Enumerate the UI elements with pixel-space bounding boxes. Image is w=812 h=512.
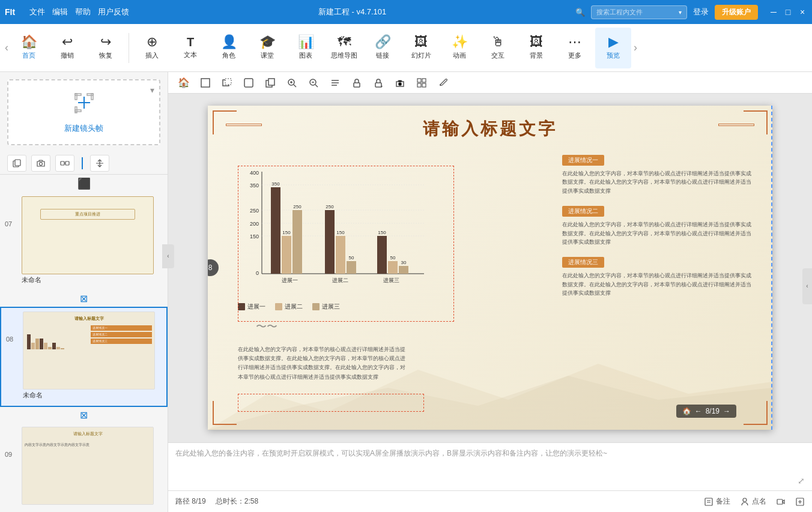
toolbar-redo[interactable]: ↪ 恢复 — [88, 28, 124, 68]
chart-container[interactable]: 400 350 250 200 150 0 — [238, 166, 454, 322]
svg-text:250: 250 — [326, 204, 334, 209]
slide-07-thumb: 重点项目推进 — [22, 196, 154, 274]
slide-canvas[interactable]: 请输入标题文字 400 350 250 20 — [208, 106, 772, 430]
toolbar-undo[interactable]: ↩ 撤销 — [49, 28, 85, 68]
menu-edit[interactable]: 编辑 — [52, 7, 68, 17]
canvas-rect1-icon[interactable] — [197, 74, 214, 91]
bottom-text-area[interactable]: 在此处输入您的文字内容，对本章节的核心观点进行详细阐述并适当提供事实成数据支撑。… — [238, 345, 406, 382]
new-frame-button[interactable]: ▾ 新建镜头帧 — [7, 79, 160, 145]
progress-item-2[interactable]: 进展情况二 在此处输入您的文字内容，对本章节的核心观点进行详细阐述并适当提供事实… — [562, 205, 754, 246]
minimize-button[interactable]: ─ — [769, 7, 778, 17]
toolbar-redo-label: 恢复 — [99, 51, 112, 60]
sidebar-collapse-handle[interactable]: ‹ — [162, 244, 174, 268]
notes-expand-button[interactable]: ⤢ — [798, 476, 805, 486]
toolbar-slideshow[interactable]: 🖼 幻灯片 — [403, 28, 439, 68]
prev-slide-icon[interactable]: ← — [695, 407, 702, 415]
frame-tool-3[interactable] — [55, 155, 74, 172]
toolbar-animation[interactable]: ✨ 动画 — [441, 28, 477, 68]
toolbar-animation-label: 动画 — [453, 51, 466, 60]
content-area: 🏠 — [168, 72, 812, 512]
toolbar-text[interactable]: T 文本 — [172, 28, 208, 68]
zoom-out-button[interactable] — [305, 74, 322, 91]
canvas-copy-icon[interactable] — [262, 74, 279, 91]
notes-icon — [704, 497, 714, 507]
character-icon: 👤 — [221, 35, 237, 49]
slide-09-item[interactable]: 09 请输入标题文字 内容文字示意内容文字示意内容文字示意 — [0, 423, 168, 512]
lock-dropdown-icon[interactable]: ▾ — [370, 74, 387, 91]
camera-frame-button[interactable] — [31, 155, 50, 172]
canvas-home-icon[interactable]: 🏠 — [175, 74, 192, 91]
canvas-rect3-icon[interactable] — [240, 74, 257, 91]
edit-icon[interactable] — [435, 74, 452, 91]
notes-area[interactable]: 在此处输入您的备注内容，在预览时开启双屏模式，可以实现A屏全屏播放演示内容，B屏… — [168, 442, 812, 490]
right-panel-toggle[interactable]: ‹ — [802, 268, 812, 304]
slide-09-section: 09 请输入标题文字 内容文字示意内容文字示意内容文字示意 — [0, 423, 168, 512]
slide-title-area[interactable]: 请输入标题文字 — [208, 118, 772, 140]
grid-icon[interactable] — [413, 74, 430, 91]
slide-08-thumb: 请输入标题文字 — [23, 312, 155, 390]
slide-09-number: 09 — [5, 427, 17, 458]
slide-08-bottom-icon[interactable]: ⊠ — [0, 407, 168, 423]
slide-07-item[interactable]: 07 重点项目推进 未命名 — [0, 193, 168, 291]
status-bar: 路径 8/19 总时长：2:58 备注 点名 — [168, 490, 812, 512]
toolbar-mindmap[interactable]: 🗺 思维导图 — [326, 28, 362, 68]
toolbar-chart[interactable]: 📊 图表 — [288, 28, 324, 68]
svg-rect-30 — [354, 83, 360, 87]
progress-text-2: 在此处输入您的文字内容，对本章节的核心观点进行详细阐述并适当提供事实成数据支撑。… — [562, 220, 754, 246]
toolbar-classroom[interactable]: 🎓 课堂 — [249, 28, 285, 68]
link-icon: 🔗 — [375, 35, 391, 49]
search-box[interactable]: 搜索工程内文件 ▾ — [591, 5, 687, 19]
slide-09-thumb: 请输入标题文字 内容文字示意内容文字示意内容文字示意 — [22, 427, 154, 505]
toolbar-link[interactable]: 🔗 链接 — [365, 28, 401, 68]
preview-icon: ▶ — [608, 35, 619, 49]
maximize-button[interactable]: □ — [783, 7, 793, 17]
toolbar-character[interactable]: 👤 角色 — [211, 28, 247, 68]
slide-07-section-icon[interactable]: ⬛ — [0, 175, 168, 193]
menu-file[interactable]: 文件 — [29, 7, 45, 17]
frame-tool-4[interactable] — [90, 155, 109, 172]
copy-frame-button[interactable] — [7, 155, 26, 172]
deco-corner-br — [744, 401, 768, 425]
record-button[interactable] — [776, 496, 786, 507]
close-button[interactable]: × — [798, 7, 807, 17]
sidebar-collapse-btn[interactable]: ▾ — [150, 85, 154, 95]
slide-08-item[interactable]: 08 请输入标题文字 — [0, 307, 168, 407]
align-icon[interactable] — [327, 74, 344, 91]
login-button[interactable]: 登录 — [693, 7, 709, 17]
toolbar-home[interactable]: 🏠 首页 — [11, 28, 47, 68]
menu-feedback[interactable]: 用户反馈 — [98, 7, 129, 17]
camera-icon[interactable] — [392, 74, 408, 91]
notes-button[interactable]: 备注 — [704, 496, 730, 507]
new-frame-label: 新建镜头帧 — [64, 123, 103, 134]
toolbar-more[interactable]: ⋯ 更多 — [557, 28, 593, 68]
toolbar-preview[interactable]: ▶ 预览 — [595, 28, 631, 68]
svg-rect-17 — [244, 79, 253, 87]
lock-icon[interactable] — [348, 74, 365, 91]
toolbar-nav-prev[interactable]: ‹ — [5, 41, 8, 54]
slide-07-bottom-icon[interactable]: ⊠ — [0, 291, 168, 307]
svg-rect-52 — [292, 210, 302, 274]
title-bar: FIt 文件 编辑 帮助 用户反馈 新建工程 - v4.7.101 🔍 搜索工程… — [0, 0, 812, 24]
toolbar-background[interactable]: 🖼 背景 — [518, 28, 554, 68]
toolbar-interact[interactable]: 🖱 交互 — [480, 28, 516, 68]
rollcall-button[interactable]: 点名 — [740, 496, 766, 507]
toolbar-insert[interactable]: ⊕ 插入 — [134, 28, 170, 68]
toolbar-nav-next[interactable]: › — [634, 41, 637, 54]
deco-corner-bl — [213, 401, 237, 425]
rollcall-icon — [740, 497, 750, 507]
canvas-rect2-icon[interactable] — [219, 74, 235, 91]
progress-item-3[interactable]: 进展情况三 在此处输入您的文字内容，对本章节的核心观点进行详细阐述并适当提供事实… — [562, 256, 754, 297]
next-slide-icon[interactable]: → — [723, 407, 730, 415]
progress-item-1[interactable]: 进展情况一 在此处输入您的文字内容，对本章节的核心观点进行详细阐述并适当提供事实… — [562, 154, 754, 195]
slide-08-number: 08 — [6, 312, 18, 343]
svg-rect-19 — [268, 79, 274, 85]
classroom-icon: 🎓 — [259, 35, 276, 49]
upgrade-button[interactable]: 升级账户 — [715, 5, 758, 20]
export-button[interactable] — [795, 496, 805, 507]
menu-help[interactable]: 帮助 — [75, 7, 91, 17]
svg-rect-60 — [399, 266, 408, 274]
title-bar-right: 🔍 搜索工程内文件 ▾ 登录 升级账户 ─ □ × — [575, 5, 807, 20]
legend-color-1 — [238, 303, 245, 310]
zoom-in-button[interactable] — [283, 74, 300, 91]
svg-rect-50 — [271, 187, 280, 274]
